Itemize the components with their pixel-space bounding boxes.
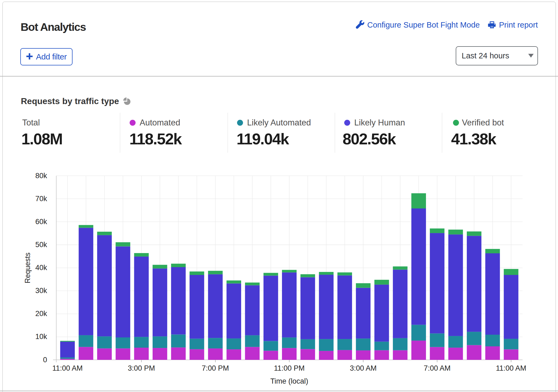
svg-text:7:00 PM: 7:00 PM xyxy=(202,364,229,372)
svg-text:7:00 AM: 7:00 AM xyxy=(424,364,451,372)
svg-text:50k: 50k xyxy=(35,241,47,249)
svg-text:11:00 AM: 11:00 AM xyxy=(52,364,83,372)
svg-text:20k: 20k xyxy=(35,310,47,318)
svg-text:10k: 10k xyxy=(35,333,47,341)
svg-text:3:00 PM: 3:00 PM xyxy=(128,364,155,372)
svg-text:60k: 60k xyxy=(35,218,47,226)
svg-text:Time (local): Time (local) xyxy=(270,377,308,385)
svg-text:Requests: Requests xyxy=(24,253,32,283)
svg-text:80k: 80k xyxy=(35,172,47,180)
svg-text:40k: 40k xyxy=(35,264,47,272)
svg-text:0: 0 xyxy=(43,356,47,364)
svg-text:11:00 PM: 11:00 PM xyxy=(274,364,305,372)
svg-text:30k: 30k xyxy=(35,287,47,295)
svg-text:3:00 AM: 3:00 AM xyxy=(350,364,377,372)
svg-text:70k: 70k xyxy=(35,195,47,203)
svg-text:11:00 AM: 11:00 AM xyxy=(496,364,526,372)
